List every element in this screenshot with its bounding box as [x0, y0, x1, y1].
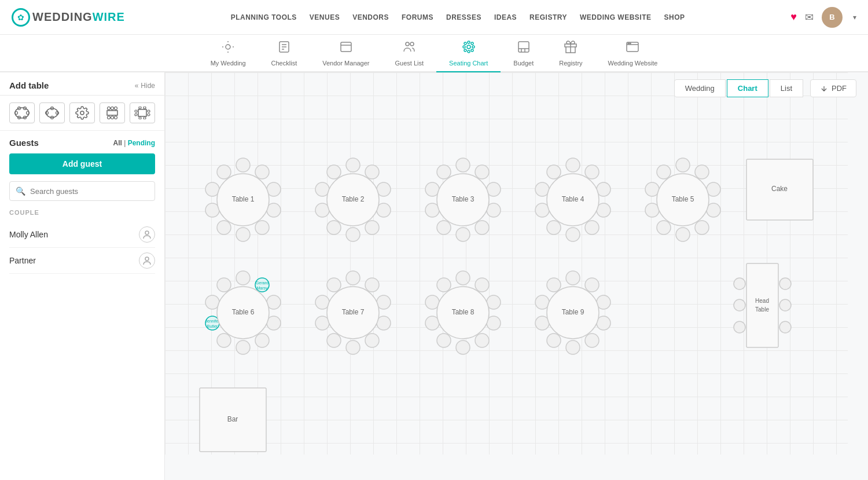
nav-my-wedding-label: My Wedding — [211, 60, 246, 67]
seating-chart-icon — [462, 40, 476, 57]
nav-vendor-manager[interactable]: Vendor Manager — [310, 35, 382, 72]
svg-point-111 — [657, 221, 671, 234]
table-7[interactable]: Table 7 — [315, 271, 391, 354]
svg-point-56 — [145, 257, 149, 261]
table-5[interactable]: Table 5 — [645, 158, 720, 241]
nav-link-venues[interactable]: VENUES — [310, 13, 340, 21]
nav-link-dresses[interactable]: DRESSES — [446, 13, 481, 21]
head-table[interactable]: Head Table — [734, 263, 791, 347]
svg-rect-5 — [341, 42, 351, 52]
svg-point-105 — [676, 158, 690, 172]
svg-point-50 — [144, 117, 146, 119]
tab-wedding[interactable]: Wedding — [674, 79, 726, 97]
add-guest-button[interactable]: Add guest — [9, 153, 155, 174]
nav-link-ideas[interactable]: IDEAS — [494, 13, 517, 21]
registry-icon — [564, 40, 578, 57]
svg-point-127 — [217, 334, 231, 347]
svg-point-177 — [779, 321, 791, 333]
add-gear-table-btn[interactable] — [69, 102, 95, 123]
svg-point-87 — [437, 221, 451, 234]
nav-link-planning[interactable]: PLANNING TOOLS — [231, 13, 297, 21]
my-wedding-icon — [221, 40, 235, 57]
nav-registry[interactable]: Registry — [546, 35, 595, 72]
guest-avatar-molly[interactable] — [139, 226, 155, 243]
svg-point-12 — [463, 46, 465, 48]
nav-link-wedding-website[interactable]: WEDDING WEBSITE — [580, 13, 652, 21]
hide-chevron-icon: « — [135, 82, 139, 90]
nav-link-registry[interactable]: REGISTRY — [529, 13, 567, 21]
tab-chart[interactable]: Chart — [727, 79, 768, 97]
svg-text:Head: Head — [755, 298, 769, 304]
svg-point-14 — [464, 42, 466, 45]
seating-chart-svg[interactable]: Table 1 Table 2 — [165, 72, 848, 480]
heart-icon[interactable]: ♥ — [790, 11, 797, 23]
svg-point-49 — [139, 117, 141, 119]
add-round-table-btn[interactable] — [9, 102, 35, 123]
nav-link-forums[interactable]: FORUMS — [402, 13, 433, 21]
svg-point-74 — [346, 228, 360, 241]
nav-wedding-website[interactable]: Wedding Website — [595, 35, 671, 72]
search-input[interactable] — [30, 187, 149, 196]
table-2[interactable]: Table 2 — [315, 158, 391, 241]
nav-link-shop[interactable]: SHOP — [664, 13, 685, 21]
nav-link-vendors[interactable]: VENDORS — [352, 13, 389, 21]
svg-point-165 — [547, 334, 561, 347]
svg-point-153 — [437, 334, 451, 347]
tab-list[interactable]: List — [770, 79, 803, 97]
guest-avatar-partner[interactable] — [139, 252, 155, 269]
table-1[interactable]: Table 1 — [205, 158, 281, 241]
svg-point-148 — [475, 278, 489, 292]
svg-point-69 — [346, 158, 360, 172]
svg-point-9 — [467, 45, 470, 49]
table-8[interactable]: Table 8 — [425, 271, 501, 354]
mail-icon[interactable]: ✉ — [805, 11, 814, 24]
svg-point-156 — [437, 278, 451, 292]
svg-point-11 — [468, 50, 470, 53]
hide-button[interactable]: « Hide — [135, 82, 155, 90]
cake-table[interactable]: Cake — [746, 159, 813, 220]
svg-point-99 — [547, 221, 561, 234]
table-3[interactable]: Table 3 — [425, 158, 501, 241]
bar-table[interactable]: Bar — [200, 388, 266, 452]
guests-title: Guests — [9, 138, 39, 148]
guest-name-molly: Molly Allen — [9, 230, 48, 239]
svg-text:Table 5: Table 5 — [672, 195, 694, 203]
logo[interactable]: ✿ WEDDINGWIRE — [12, 8, 125, 27]
chevron-down-icon[interactable]: ▾ — [853, 13, 856, 21]
table-4[interactable]: Table 4 — [535, 158, 610, 241]
svg-point-48 — [144, 107, 146, 109]
nav-my-wedding[interactable]: My Wedding — [198, 35, 259, 72]
svg-point-45 — [115, 116, 117, 119]
svg-point-25 — [630, 43, 631, 44]
chart-canvas: Table 1 Table 2 — [165, 72, 848, 455]
svg-point-175 — [779, 278, 791, 290]
add-square-table-btn[interactable] — [130, 102, 155, 123]
add-round-table-small-btn[interactable] — [39, 102, 65, 123]
pdf-label: PDF — [832, 84, 847, 93]
svg-point-17 — [471, 49, 473, 52]
nav-guest-list[interactable]: Guest List — [382, 35, 437, 72]
nav-budget[interactable]: Budget — [501, 35, 546, 72]
top-nav-links: PLANNING TOOLS VENUES VENDORS FORUMS DRE… — [231, 13, 685, 21]
nav-seating-chart[interactable]: Seating Chart — [436, 35, 501, 72]
add-rect-table-btn[interactable] — [100, 102, 125, 123]
search-icon: 🔍 — [16, 186, 25, 196]
svg-point-55 — [145, 231, 149, 234]
svg-text:Table 9: Table 9 — [562, 308, 584, 316]
chart-area[interactable]: Wedding Chart List PDF — [165, 72, 868, 480]
svg-point-93 — [566, 158, 580, 172]
table-icons-row — [9, 102, 155, 123]
pdf-button[interactable]: PDF — [810, 79, 856, 97]
table-9[interactable]: Table 9 — [535, 271, 610, 354]
svg-point-54 — [148, 113, 150, 116]
svg-point-78 — [327, 165, 341, 179]
main-layout: Add table « Hide — [0, 72, 868, 480]
svg-point-132 — [217, 278, 231, 292]
filter-all[interactable]: All — [113, 139, 122, 147]
avatar[interactable]: B — [822, 7, 843, 28]
table-6[interactable]: Gerard Marsy Jennifer Butler Table 6 — [205, 271, 281, 354]
svg-point-114 — [657, 165, 671, 179]
nav-checklist[interactable]: Checklist — [259, 35, 310, 72]
guest-name-partner: Partner — [9, 256, 36, 265]
filter-pending[interactable]: Pending — [128, 139, 155, 147]
